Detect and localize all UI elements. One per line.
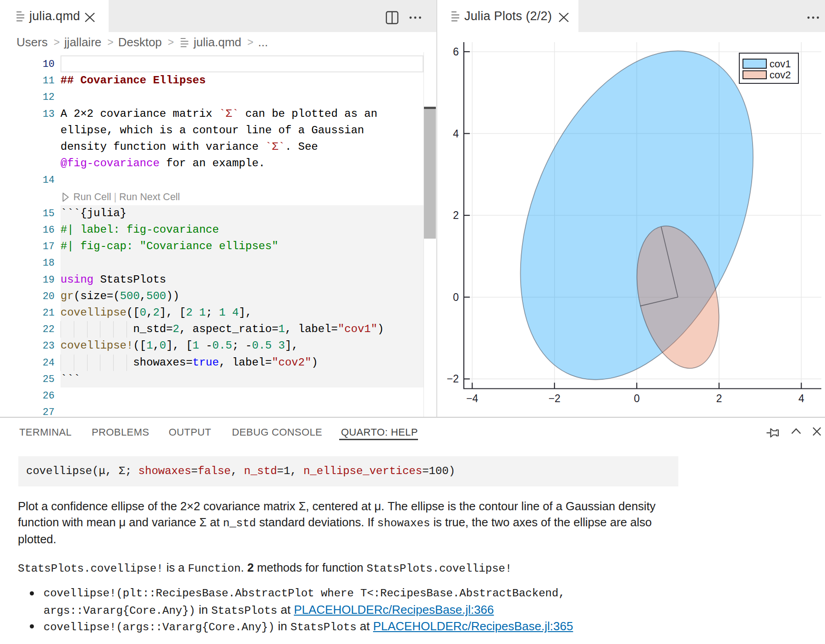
- svg-text:cov1: cov1: [770, 58, 791, 70]
- svg-text:2: 2: [453, 209, 459, 221]
- svg-text:−4: −4: [466, 393, 478, 404]
- svg-text:6: 6: [453, 46, 459, 58]
- svg-text:4: 4: [798, 393, 804, 404]
- svg-text:cov2: cov2: [770, 69, 791, 81]
- svg-text:4: 4: [453, 128, 459, 140]
- svg-text:2: 2: [716, 393, 722, 404]
- svg-text:0: 0: [453, 291, 459, 303]
- svg-text:−2: −2: [549, 393, 561, 404]
- svg-text:−2: −2: [447, 373, 459, 385]
- svg-text:0: 0: [634, 393, 640, 404]
